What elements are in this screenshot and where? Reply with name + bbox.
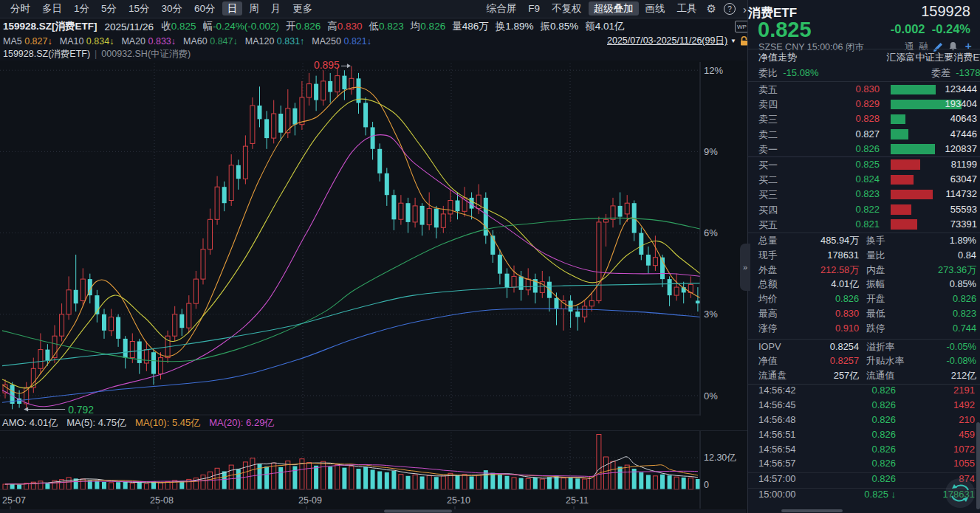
trading-terminal: 分时多日1分5分15分30分60分日周月更多 综合屏F9不复权超级叠加画线工具 … (0, 0, 980, 513)
book-row-卖一[interactable]: 卖一0.826120837 (748, 142, 980, 156)
ma-legend-MA120: MA120 0.831↑ (245, 36, 305, 47)
quote-summary-bar: 159928.SZ[消费ETF] 2025/11/26 收0.825幅-0.24… (0, 18, 749, 35)
collapse-icon: » (743, 263, 747, 272)
svg-text:25-07: 25-07 (2, 495, 26, 506)
nav-row[interactable]: 净值走势 汇添富中证主要消费ETF (748, 49, 980, 66)
svg-text:12%: 12% (704, 65, 723, 76)
tab-period-0[interactable]: 分时 (5, 1, 35, 16)
stat-row-最高: 最高0.830最低0.823 (748, 308, 980, 323)
tool-button-5[interactable]: 工具 (672, 1, 702, 16)
tool-button-1[interactable]: F9 (523, 1, 545, 16)
candlestick-chart[interactable]: 12%9%6%3%0%12.30亿025-0725-0825-0925-1025… (0, 61, 746, 513)
gear-icon[interactable]: ⚙ (707, 2, 716, 16)
ma-legend-bar: MA5 0.827↓MA10 0.834↓MA20 0.833↓MA60 0.8… (0, 35, 749, 47)
tool-button-4[interactable]: 画线 (640, 1, 671, 16)
svg-text:12.30亿: 12.30亿 (704, 452, 736, 463)
volume-legend: AMO: 4.01亿MA(5): 4.75亿MA(10): 5.45亿MA(20… (0, 416, 748, 431)
fund-full-name: 汇添富中证主要消费ETF (886, 51, 980, 64)
book-row-买二[interactable]: 买二0.82463047 (748, 172, 980, 187)
tool-button-3[interactable]: 超级叠加 (589, 1, 639, 16)
ma-legend-MA20: MA20 0.833↓ (121, 36, 176, 47)
tick-row: 14:56:510.826459 (748, 429, 980, 444)
svg-text:0.792: 0.792 (68, 404, 94, 416)
ma-legend-MA10: MA10 0.834↓ (60, 36, 114, 47)
tool-button-0[interactable]: 综合屏 (482, 1, 522, 16)
commission-ratio-row: 委比 -15.08% 委差 -137812 (748, 65, 980, 81)
stats-grid: 总量485.94万换手1.89%现手178631量比0.84外盘212.58万内… (748, 233, 980, 385)
tab-period-3[interactable]: 5分 (96, 1, 122, 16)
book-row-买一[interactable]: 买一0.82581199 (748, 157, 980, 172)
overlay-symbol-legend: 000932.SH(中证消费) (101, 48, 191, 61)
period-tabs: 分时多日1分5分15分30分60分日周月更多 (4, 2, 318, 16)
refresh-button[interactable] (945, 478, 975, 508)
tab-period-8[interactable]: 周 (244, 1, 264, 16)
volume-legend-MA5: MA(5): 4.75亿 (66, 416, 131, 430)
period-toolbar: 分时多日1分5分15分30分60分日周月更多 综合屏F9不复权超级叠加画线工具 … (0, 0, 750, 18)
stat-row-总量: 总量485.94万换手1.89% (748, 235, 980, 249)
tool-button-2[interactable]: 不复权 (546, 1, 587, 16)
date-range-label[interactable]: 2025/07/03-2025/11/26(99日) (607, 35, 727, 47)
wb-value: -15.08% (783, 67, 818, 78)
tab-period-2[interactable]: 1分 (69, 1, 95, 16)
svg-text:25-10: 25-10 (447, 495, 470, 506)
price-change: -0.002 -0.24% (891, 22, 970, 36)
ma-legend-MA5: MA5 0.827↓ (3, 36, 52, 47)
svg-text:0.895: 0.895 (314, 61, 340, 71)
volume-legend-MA20: MA(20): 6.29亿 (209, 416, 278, 430)
book-row-卖三[interactable]: 卖三0.82840643 (748, 111, 980, 126)
nav-label: 净值走势 (758, 51, 797, 64)
svg-text:6%: 6% (704, 227, 718, 238)
ma-values: MA5 0.827↓MA10 0.834↓MA20 0.833↓MA60 0.8… (3, 36, 379, 47)
quote-field-开: 开0.826 (286, 21, 321, 32)
symbol-label: 159928.SZ[消费ETF] (3, 20, 97, 33)
tab-period-9[interactable]: 月 (266, 1, 287, 16)
tab-period-5[interactable]: 30分 (157, 1, 188, 16)
svg-text:25-09: 25-09 (298, 495, 322, 506)
book-row-卖四[interactable]: 卖四0.829193404 (748, 97, 980, 111)
svg-text:25-11: 25-11 (566, 495, 589, 506)
stat-row-外盘: 外盘212.58万内盘273.36万 (748, 264, 980, 279)
tick-row: 14:56:570.8261055 (748, 458, 980, 472)
quote-date: 2025/11/26 (105, 21, 154, 32)
panel-hscrollbar[interactable] (781, 509, 843, 512)
tab-period-1[interactable]: 多日 (37, 1, 67, 16)
tab-period-4[interactable]: 15分 (123, 1, 155, 16)
instrument-code: 159928 (921, 3, 970, 20)
stat-row-总额: 总额4.01亿振幅0.85% (748, 278, 980, 293)
tab-period-10[interactable]: 更多 (287, 1, 318, 16)
tick-row: 14:56:450.8261492 (748, 399, 980, 414)
stat-row-IOPV: IOPV0.8254溢折率-0.05% (748, 341, 980, 356)
quote-field-换: 换1.89% (496, 21, 534, 32)
volume-legend-MA10: MA(10): 5.45亿 (135, 416, 205, 430)
book-row-买三[interactable]: 买三0.823114732 (748, 187, 980, 202)
book-row-买五[interactable]: 买五0.82173391 (748, 217, 980, 232)
quote-field-均: 均0.826 (411, 21, 445, 32)
book-row-卖五[interactable]: 卖五0.830123444 (748, 82, 980, 97)
quote-field-额: 额4.01亿 (585, 21, 624, 32)
wb-label: 委比 (758, 67, 778, 78)
stat-row-净值: 净值0.8257升贴水率-0.08% (748, 355, 980, 370)
wc-label: 委差 (931, 67, 950, 78)
date-range-control[interactable]: 2025/07/03-2025/11/26(99日) ▼ (607, 35, 749, 47)
quote-field-量: 量486万 (452, 21, 489, 32)
chevron-down-icon[interactable]: ▼ (730, 38, 736, 44)
tool-buttons: 综合屏F9不复权超级叠加画线工具 (481, 2, 703, 16)
tick-row: 14:56:540.8261072 (748, 444, 980, 458)
order-book: 卖五0.830123444卖四0.829193404卖三0.82840643卖二… (748, 81, 980, 232)
book-row-买四[interactable]: 买四0.82255593 (748, 202, 980, 217)
quote-fields: 收0.825幅-0.24%(-0.002)开0.826高0.830低0.823均… (161, 20, 631, 33)
ma-legend-MA60: MA60 0.847↓ (183, 36, 238, 47)
chevron-right-icon[interactable]: › (743, 3, 747, 16)
stat-row-流通盘: 流通盘257亿流通值212亿 (748, 370, 980, 385)
tick-row: 14:56:480.826210 (748, 414, 980, 429)
book-row-卖二[interactable]: 卖二0.82747446 (748, 127, 980, 142)
wc-value: -137812 (956, 67, 980, 78)
svg-text:3%: 3% (704, 309, 718, 320)
help-icon[interactable]: ? (724, 3, 736, 15)
stat-row-现手: 现手178631量比0.84 (748, 249, 980, 264)
tab-period-7[interactable]: 日 (222, 1, 243, 16)
quote-field-高: 高0.830 (327, 21, 362, 32)
tab-period-6[interactable]: 60分 (189, 1, 221, 16)
panel-scrollbar[interactable] (976, 422, 980, 509)
quote-field-收: 收0.825 (161, 21, 196, 32)
